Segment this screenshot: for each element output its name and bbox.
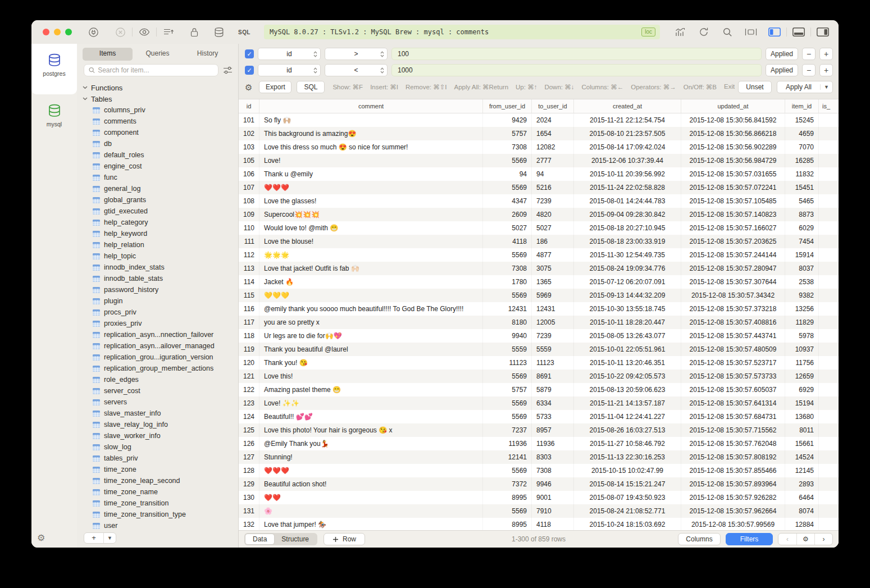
cell-is_[interactable] xyxy=(819,235,839,248)
tab-history[interactable]: History xyxy=(183,48,233,61)
cell-id[interactable]: 132 xyxy=(239,518,259,530)
sidebar-item-time_zone_transition[interactable]: time_zone_transition xyxy=(83,498,238,509)
cell-created_at[interactable]: 2015-08-18 23:00:33.919 xyxy=(574,235,681,248)
cell-from_user_id[interactable]: 9940 xyxy=(483,329,532,343)
cell-item_id[interactable]: 6464 xyxy=(785,491,819,504)
cell-is_[interactable] xyxy=(819,248,839,262)
column-header-to_user_id[interactable]: to_user_id xyxy=(532,99,574,113)
remove-filter-button[interactable]: − xyxy=(802,64,816,76)
table-row[interactable]: 107❤️❤️❤️556952162015-11-24 22:02:58.828… xyxy=(239,181,839,194)
add-filter-button[interactable]: + xyxy=(819,48,833,60)
cell-updated_at[interactable]: 2015-12-08 15:30:57.166027 xyxy=(681,221,785,235)
cell-created_at[interactable]: 2015-08-24 19:09:34.776 xyxy=(574,262,681,275)
cell-from_user_id[interactable]: 2609 xyxy=(483,208,532,221)
cell-is_[interactable] xyxy=(819,221,839,235)
table-row[interactable]: 129Beautiful action shot!737299462015-08… xyxy=(239,477,839,491)
preview-eye-icon[interactable] xyxy=(138,25,151,39)
table-row[interactable]: 130❤️❤️899590012015-08-07 19:43:50.92320… xyxy=(239,491,839,504)
column-header-created_at[interactable]: created_at xyxy=(574,99,681,113)
cell-updated_at[interactable]: 2015-12-08 15:30:57.307644 xyxy=(681,275,785,289)
column-header-id[interactable]: id xyxy=(239,99,259,113)
cell-updated_at[interactable]: 2015-12-08 15:30:57.962664 xyxy=(681,504,785,518)
cell-is_[interactable] xyxy=(819,423,839,437)
table-row[interactable]: 120Thank you! 😘11123111232015-10-11 13:2… xyxy=(239,356,839,370)
cell-created_at[interactable]: 2015-08-10 21:23:57.505 xyxy=(574,127,681,140)
sidebar-item-columns_priv[interactable]: columns_priv xyxy=(83,104,238,116)
export-button[interactable]: Export xyxy=(259,81,291,93)
connection-title-field[interactable]: MySQL 8.0.27 : TLSv1.2 : MySQL Brew : my… xyxy=(264,25,660,39)
cell-to_user_id[interactable]: 7239 xyxy=(532,329,574,343)
lock-icon[interactable] xyxy=(188,25,201,39)
cell-updated_at[interactable]: 2015-12-08 15:30:56.841592 xyxy=(681,113,785,127)
cell-from_user_id[interactable]: 5569 xyxy=(483,370,532,383)
sidebar-item-slave_relay_log_info[interactable]: slave_relay_log_info xyxy=(83,419,238,430)
cell-updated_at[interactable]: 2015-12-08 15:30:57.641314 xyxy=(681,396,785,410)
table-row[interactable]: 122Amazing pastel theme 😁575758792015-08… xyxy=(239,383,839,396)
filter-column-select[interactable]: id xyxy=(258,48,321,60)
cell-updated_at[interactable]: 2015-12-08 15:30:57.573733 xyxy=(681,370,785,383)
cell-is_[interactable] xyxy=(819,194,839,208)
filter-column-select[interactable]: id xyxy=(258,64,321,76)
table-row[interactable]: 108Love the glasses!434772392015-08-01 1… xyxy=(239,194,839,208)
table-row[interactable]: 109Supercool💥💥💥260948202015-09-04 09:28:… xyxy=(239,208,839,221)
cell-to_user_id[interactable]: 12005 xyxy=(532,316,574,329)
sidebar-item-help_keyword[interactable]: help_keyword xyxy=(83,228,238,239)
cell-updated_at[interactable]: 2015-12-08 15:30:57.855466 xyxy=(681,464,785,477)
cell-id[interactable]: 124 xyxy=(239,410,259,423)
cell-item_id[interactable]: 8873 xyxy=(785,208,819,221)
cell-comment[interactable]: Thank you beautiful @laurel xyxy=(259,343,483,356)
cell-is_[interactable] xyxy=(819,410,839,423)
cell-comment[interactable]: 🌸 xyxy=(259,504,483,518)
cell-item_id[interactable]: 8011 xyxy=(785,423,819,437)
cell-to_user_id[interactable]: 5969 xyxy=(532,289,574,302)
cell-from_user_id[interactable]: 94 xyxy=(483,167,532,181)
cell-is_[interactable] xyxy=(819,167,839,181)
cell-updated_at[interactable]: 2015-12-08 15:30:57.99569 xyxy=(681,518,785,530)
cell-is_[interactable] xyxy=(819,289,839,302)
next-page-button[interactable]: › xyxy=(814,534,832,545)
cell-created_at[interactable]: 2015-11-21 14:13:57.187 xyxy=(574,396,681,410)
cell-item_id[interactable]: 2538 xyxy=(785,275,819,289)
sidebar-search[interactable] xyxy=(84,64,218,76)
filter-checkbox[interactable]: ✓ xyxy=(245,49,254,58)
cell-item_id[interactable]: 15451 xyxy=(785,181,819,194)
database-icon[interactable] xyxy=(212,25,226,39)
table-row[interactable]: 132Love that jumper! 🏇899541182015-10-24… xyxy=(239,518,839,530)
cell-created_at[interactable]: 2015-12-06 10:37:39.44 xyxy=(574,154,681,167)
cell-to_user_id[interactable]: 12082 xyxy=(532,140,574,154)
cell-updated_at[interactable]: 2015-12-08 15:30:57.523717 xyxy=(681,356,785,370)
cell-id[interactable]: 113 xyxy=(239,262,259,275)
cell-to_user_id[interactable]: 5216 xyxy=(532,181,574,194)
table-row[interactable]: 113Love that jacket! Outfit is fab 🙌🏻730… xyxy=(239,262,839,275)
filter-checkbox[interactable]: ✓ xyxy=(245,66,254,75)
cell-updated_at[interactable]: 2015-12-08 15:30:57.072241 xyxy=(681,181,785,194)
cell-id[interactable]: 108 xyxy=(239,194,259,208)
cell-created_at[interactable]: 2015-10-11 13:20:46.351 xyxy=(574,356,681,370)
cell-to_user_id[interactable]: 8691 xyxy=(532,370,574,383)
sidebar-item-slow_log[interactable]: slow_log xyxy=(83,441,238,453)
unset-button[interactable]: Unset xyxy=(738,81,772,93)
cell-created_at[interactable]: 2015-08-13 20:59:06.623 xyxy=(574,383,681,396)
tab-items[interactable]: Items xyxy=(83,48,133,61)
sidebar-item-time_zone_name[interactable]: time_zone_name xyxy=(83,486,238,498)
cell-from_user_id[interactable]: 7372 xyxy=(483,477,532,491)
cell-updated_at[interactable]: 2015-12-08 15:30:57.684731 xyxy=(681,410,785,423)
table-row[interactable]: 127Stunning!1214183032015-11-13 22:30:16… xyxy=(239,450,839,464)
table-row[interactable]: 126@Emily Thank you💃11936119362015-11-27… xyxy=(239,437,839,450)
cell-is_[interactable] xyxy=(819,329,839,343)
cell-id[interactable]: 111 xyxy=(239,235,259,248)
cell-created_at[interactable]: 2015-08-07 19:43:50.923 xyxy=(574,491,681,504)
sidebar-item-component[interactable]: component xyxy=(83,127,238,138)
cell-item_id[interactable]: 7454 xyxy=(785,235,819,248)
cell-comment[interactable]: Thank u @emily xyxy=(259,167,483,181)
cell-to_user_id[interactable]: 7239 xyxy=(532,194,574,208)
sidebar-item-user[interactable]: user xyxy=(83,520,238,531)
cell-item_id[interactable]: 9382 xyxy=(785,289,819,302)
cell-id[interactable]: 120 xyxy=(239,356,259,370)
sidebar-item-proxies_priv[interactable]: proxies_priv xyxy=(83,318,238,329)
cell-to_user_id[interactable]: 94 xyxy=(532,167,574,181)
cell-comment[interactable]: Love this photo! Your hair is gorgeous 😘… xyxy=(259,423,483,437)
cell-id[interactable]: 127 xyxy=(239,450,259,464)
cell-from_user_id[interactable]: 5559 xyxy=(483,343,532,356)
sidebar-item-innodb_index_stats[interactable]: innodb_index_stats xyxy=(83,262,238,273)
